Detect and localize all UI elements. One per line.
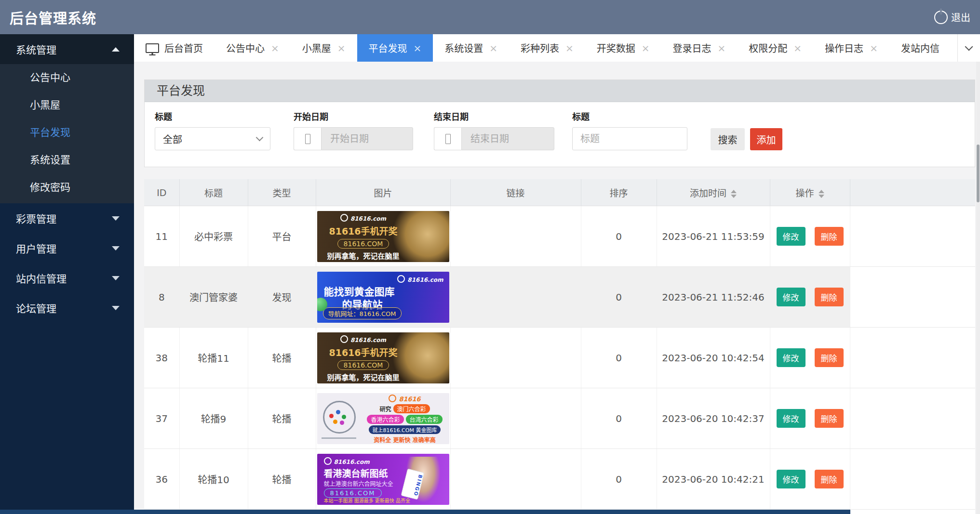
cell-time: 2023-06-20 10:42:54 — [657, 328, 770, 388]
edit-button[interactable]: 修改 — [777, 227, 805, 246]
sidebar-item-system-management[interactable]: 系统管理 — [0, 34, 134, 64]
title-input[interactable] — [572, 127, 687, 150]
close-icon[interactable]: × — [489, 43, 497, 53]
scrollbar-thumb[interactable] — [977, 145, 980, 202]
close-icon[interactable]: × — [642, 43, 650, 53]
start-date-input[interactable] — [321, 127, 413, 150]
banner-headline: 81616手机开奖 — [329, 224, 397, 237]
close-icon[interactable]: × — [718, 43, 726, 53]
tab-lottery-list[interactable]: 彩种列表× — [509, 34, 585, 62]
close-icon[interactable]: × — [565, 43, 574, 53]
column-label: 标题 — [204, 188, 223, 198]
add-button[interactable]: 添加 — [750, 128, 782, 150]
sidebar-section-lottery-management: 彩票管理 — [0, 203, 134, 233]
eye-icon — [397, 275, 405, 283]
sidebar-item-lottery-management[interactable]: 彩票管理 — [0, 203, 134, 233]
eye-icon — [324, 457, 332, 465]
column-image[interactable]: 图片 — [316, 179, 450, 206]
tab-label: 登录日志 — [673, 41, 712, 55]
panel-title: 平台发现 — [157, 84, 205, 98]
sidebar-item-site-mail-management[interactable]: 站内信管理 — [0, 263, 134, 293]
delete-button[interactable]: 删除 — [815, 409, 844, 428]
close-icon[interactable]: × — [414, 43, 422, 53]
tab-send-site-mail[interactable]: 发站内信 — [889, 34, 951, 62]
delete-button[interactable]: 删除 — [815, 227, 844, 246]
close-icon[interactable]: × — [793, 43, 802, 53]
delete-button[interactable]: 删除 — [815, 348, 844, 367]
cell-title: 轮播10 — [179, 449, 248, 510]
start-date-group — [294, 127, 413, 150]
tab-label: 权限分配 — [749, 41, 787, 55]
cell-image: 81616.com能找到黄金图库的导航站导航网址：81616.COM — [316, 267, 450, 328]
end-date-input[interactable] — [461, 127, 554, 150]
column-title[interactable]: 标题 — [179, 179, 248, 206]
sidebar-item-user-management[interactable]: 用户管理 — [0, 233, 134, 263]
close-icon[interactable]: × — [271, 43, 279, 53]
sidebar: 系统管理公告中心小黑屋平台发现系统设置修改密码彩票管理用户管理站内信管理论坛管理 — [0, 34, 134, 514]
banner-text: 81616研究澳门六合彩香港六合彩台湾六合彩就上81616.COM 黄金图库资料… — [363, 395, 446, 444]
delete-button[interactable]: 删除 — [815, 470, 844, 488]
sidebar-item-label: 系统管理 — [16, 42, 56, 56]
sort-icon[interactable] — [819, 190, 824, 198]
topbar: 后台管理系统 退出 — [0, 0, 980, 34]
column-label: 排序 — [609, 188, 628, 198]
edit-button[interactable]: 修改 — [777, 288, 805, 306]
banner-pill-site: 就上81616.COM 黄金图库 — [369, 425, 441, 434]
bottom-bar — [0, 510, 850, 514]
cell-time: 2023-06-21 11:53:59 — [657, 206, 770, 267]
sidebar-item-system-settings[interactable]: 系统设置 — [0, 146, 134, 174]
table-row: 8澳门管家婆发现81616.com能找到黄金图库的导航站导航网址：81616.C… — [144, 267, 975, 328]
tab-black-room[interactable]: 小黑屋× — [291, 34, 357, 62]
logout-button[interactable]: 退出 — [934, 10, 970, 24]
table-row: 38轮播11轮播81616.com81616手机开奖81616.COM别再拿笔，… — [144, 328, 975, 388]
tab-home[interactable]: 后台首页 — [134, 34, 215, 62]
filter-start-date-field: 开始日期 — [294, 110, 413, 150]
column-sort[interactable]: 排序 — [581, 179, 657, 206]
content-area: 平台发现 标题 全部 开始日期 — [134, 62, 980, 514]
tab-operation-log[interactable]: 操作日志× — [813, 34, 889, 62]
banner-slogan: 别再拿笔，死记在脑里 — [327, 250, 399, 261]
edit-button[interactable]: 修改 — [777, 470, 805, 488]
tab-overflow-button[interactable] — [957, 34, 980, 62]
tab-label: 开奖数据 — [597, 41, 635, 55]
tab-label: 平台发现 — [369, 41, 407, 55]
tab-platform-discovery[interactable]: 平台发现× — [357, 34, 433, 62]
close-icon[interactable]: × — [870, 43, 878, 53]
sort-down-icon — [819, 195, 824, 198]
type-select[interactable]: 全部 — [155, 127, 270, 150]
banner-slogan: 别再拿笔，死记在脑里 — [327, 372, 399, 382]
search-button[interactable]: 搜索 — [711, 128, 745, 150]
chevron-down-icon — [256, 134, 264, 142]
tab-permission-assign[interactable]: 权限分配× — [737, 34, 813, 62]
column-created-at[interactable]: 添加时间 — [657, 179, 770, 206]
close-icon[interactable]: × — [337, 43, 346, 53]
lottery-cage-art — [323, 401, 356, 434]
column-id[interactable]: ID — [144, 179, 179, 206]
sidebar-item-platform-discovery[interactable]: 平台发现 — [0, 119, 134, 146]
sort-down-icon — [731, 195, 737, 198]
sidebar-item-announcement-center[interactable]: 公告中心 — [0, 64, 134, 92]
edit-button[interactable]: 修改 — [777, 409, 805, 428]
column-type[interactable]: 类型 — [248, 179, 316, 206]
tab-draw-data[interactable]: 开奖数据× — [585, 34, 661, 62]
scrollbar[interactable] — [976, 62, 980, 514]
tab-system-settings[interactable]: 系统设置× — [433, 34, 509, 62]
tab-announcement-center[interactable]: 公告中心× — [215, 34, 291, 62]
sidebar-item-forum-management[interactable]: 论坛管理 — [0, 293, 134, 323]
sort-icon[interactable] — [731, 190, 737, 198]
sidebar-section-user-management: 用户管理 — [0, 233, 134, 263]
delete-button[interactable]: 删除 — [815, 288, 844, 306]
cell-link — [450, 388, 581, 449]
banner-image-purple: BINGO81616.com看港澳台新图纸就上港澳台新六合网址大全81616.C… — [317, 454, 449, 505]
column-link[interactable]: 链接 — [450, 179, 581, 206]
cell-actions: 修改删除 — [770, 206, 850, 267]
column-actions[interactable]: 操作 — [770, 179, 850, 206]
sidebar-item-change-password[interactable]: 修改密码 — [0, 174, 134, 201]
sidebar-item-black-room[interactable]: 小黑屋 — [0, 92, 134, 119]
tab-login-log[interactable]: 登录日志× — [661, 34, 738, 62]
cell-actions: 修改删除 — [770, 388, 850, 449]
tab-label: 彩种列表 — [521, 41, 559, 55]
power-icon — [934, 11, 948, 24]
edit-button[interactable]: 修改 — [777, 348, 805, 367]
tab-label: 后台首页 — [164, 41, 203, 55]
